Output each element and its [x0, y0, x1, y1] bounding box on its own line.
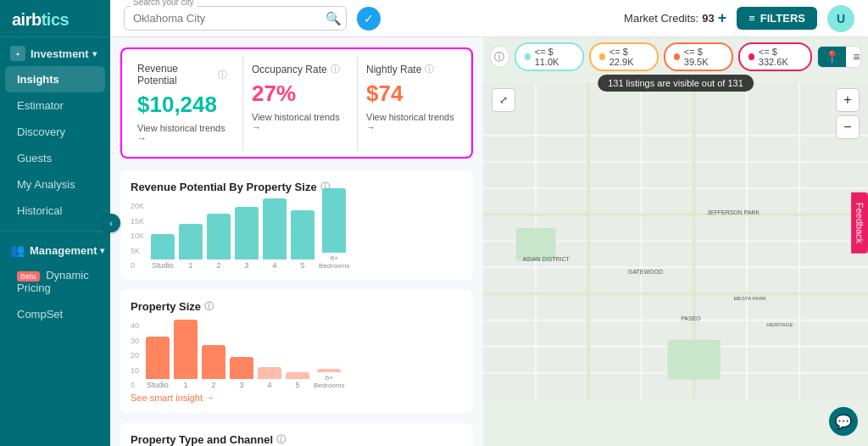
property-size-section: Property Size ⓘ 40 30 20 10 0 Studio	[120, 290, 473, 413]
svg-text:JEFFERSON PARK: JEFFERSON PARK	[707, 209, 760, 215]
bar-chart-prop-size: Studio 1 2 3	[146, 321, 463, 389]
filters-button[interactable]: ≡ FILTERS	[737, 7, 817, 30]
map-view-toggle: 📍 ≡	[817, 46, 861, 68]
metric-link-occupancy[interactable]: View historical trends →	[252, 112, 342, 132]
logo-highlight: tics	[42, 10, 69, 29]
verified-badge: ✓	[357, 7, 381, 31]
feedback-tab[interactable]: Feedback	[851, 192, 868, 254]
chip-dot-4	[748, 53, 754, 60]
metric-card-revenue: Revenue Potential ⓘ $10,248 View histori…	[129, 56, 236, 150]
sidebar-item-estimator[interactable]: Estimator	[0, 92, 110, 119]
avatar[interactable]: U	[827, 5, 854, 32]
bar-5-fill	[291, 210, 314, 259]
market-credits-label: Market Credits:	[624, 12, 698, 25]
header: Search your city 🔍 ✓ Market Credits: 93 …	[110, 0, 868, 37]
metric-card-nightly: Nightly Rate ⓘ $74 View historical trend…	[357, 56, 465, 150]
sidebar-item-insights[interactable]: Insights	[5, 66, 105, 92]
management-icon: 👥	[10, 243, 25, 257]
property-size-chart: 40 30 20 10 0 Studio 1	[131, 321, 463, 389]
bar-studio-fill	[151, 234, 175, 259]
mgmt-chevron-icon: ▾	[100, 246, 104, 255]
metric-link-revenue[interactable]: View historical trends →	[137, 123, 227, 143]
info-icon-revenue[interactable]: ⓘ	[218, 69, 227, 81]
svg-text:GATEWOOD: GATEWOOD	[628, 269, 663, 275]
investment-label: Investment	[31, 47, 89, 60]
chip-dot-1	[525, 53, 531, 60]
sidebar-item-management[interactable]: 👥 Management ▾	[0, 238, 110, 262]
map-info-button[interactable]: ⓘ	[490, 46, 509, 68]
verified-icon: ✓	[364, 12, 374, 25]
main-content: Search your city 🔍 ✓ Market Credits: 93 …	[110, 0, 868, 446]
bar-3-fill	[235, 207, 259, 259]
market-credits-value: 93	[702, 12, 714, 25]
info-icon-occupancy[interactable]: ⓘ	[331, 63, 340, 75]
chip-dot-3	[674, 53, 680, 60]
property-type-section: Property Type and Channel ⓘ	[120, 423, 473, 446]
revenue-chart-section: Revenue Potential By Property Size ⓘ 20K…	[120, 170, 473, 280]
info-icon-prop-type[interactable]: ⓘ	[276, 433, 286, 446]
search-input[interactable]	[124, 6, 347, 31]
bar-4-fill	[263, 198, 287, 259]
sidebar-item-compset[interactable]: CompSet	[0, 301, 110, 327]
ps-bar-studio: Studio	[146, 337, 170, 389]
filter-chip-4[interactable]: <= $ 332.6K	[738, 42, 812, 71]
svg-text:ASIAN DISTRICT: ASIAN DISTRICT	[523, 256, 570, 262]
map-toast: 131 listings are visible out of 131	[598, 75, 754, 92]
sidebar-item-investment[interactable]: ▪ Investment ▾	[0, 37, 110, 66]
metric-value-nightly: $74	[366, 81, 456, 107]
metric-title-nightly: Nightly Rate ⓘ	[366, 63, 456, 75]
zoom-out-button[interactable]: −	[836, 115, 860, 139]
map-panel: ⓘ <= $ 11.0K <= $ 22.9K <= $ 39.5K <= $ …	[483, 37, 868, 446]
ps-bar-1-fill	[174, 320, 198, 379]
filter-chip-3[interactable]: <= $ 39.5K	[664, 42, 733, 71]
sidebar-divider	[0, 231, 110, 231]
sidebar-item-historical[interactable]: Historical	[0, 198, 110, 224]
see-smart-insight-link[interactable]: See smart insight →	[131, 393, 463, 403]
sidebar-item-guests[interactable]: Guests	[0, 145, 110, 171]
metric-value-occupancy: 27%	[252, 81, 342, 107]
beta-badge: Beta	[17, 271, 40, 282]
ps-bar-4-fill	[258, 367, 281, 379]
sidebar-toggle[interactable]: ‹	[102, 214, 120, 232]
body-layout: Revenue Potential ⓘ $10,248 View histori…	[110, 37, 868, 446]
logo-text: airbtics	[12, 10, 98, 30]
sidebar-item-my-analysis[interactable]: My Analysis	[0, 171, 110, 198]
metric-value-revenue: $10,248	[137, 92, 227, 118]
bar-2: 2	[207, 214, 231, 270]
svg-rect-21	[668, 340, 721, 380]
ps-bar-6plus-fill	[317, 369, 341, 372]
filter-icon: ≡	[748, 12, 755, 25]
metric-title-revenue: Revenue Potential ⓘ	[137, 63, 227, 86]
metric-link-nightly[interactable]: View historical trends →	[366, 112, 456, 132]
map-view-list-button[interactable]: ≡	[846, 47, 861, 67]
chat-icon: 💬	[835, 414, 852, 430]
sidebar-item-discovery[interactable]: Discovery	[0, 119, 110, 145]
filter-chip-2[interactable]: <= $ 22.9K	[589, 42, 659, 71]
metric-title-occupancy: Occupancy Rate ⓘ	[252, 63, 342, 75]
map-svg: PASEO ASIAN DISTRICT JEFFERSON PARK GATE…	[483, 37, 868, 446]
search-icon: 🔍	[326, 11, 342, 25]
search-button[interactable]: 🔍	[326, 11, 342, 26]
management-label: Management	[30, 244, 97, 257]
revenue-chart-title: Revenue Potential By Property Size ⓘ	[131, 181, 463, 193]
chip-dot-2	[599, 53, 605, 60]
map-expand-button[interactable]: ⤢	[492, 88, 515, 112]
add-credits-button[interactable]: +	[718, 9, 727, 27]
sidebar-item-dynamic-pricing[interactable]: Beta Dynamic Pricing	[0, 262, 110, 301]
info-icon-nightly[interactable]: ⓘ	[425, 63, 434, 75]
svg-text:PASEO: PASEO	[681, 315, 701, 321]
ps-bar-studio-fill	[146, 337, 170, 379]
metric-card-occupancy: Occupancy Rate ⓘ 27% View historical tre…	[242, 56, 350, 150]
filter-chip-1[interactable]: <= $ 11.0K	[515, 42, 584, 71]
info-icon-prop-size[interactable]: ⓘ	[204, 300, 214, 313]
ps-bar-5: 5	[286, 372, 309, 389]
svg-text:MESTA PARK: MESTA PARK	[733, 295, 767, 301]
bar-5: 5	[291, 210, 314, 270]
bar-6plus: 6+Bedrooms	[319, 188, 349, 270]
svg-text:HERITAGE: HERITAGE	[766, 321, 793, 327]
map-background[interactable]: PASEO ASIAN DISTRICT JEFFERSON PARK GATE…	[483, 37, 868, 446]
map-view-map-button[interactable]: 📍	[818, 47, 846, 67]
chat-bubble[interactable]: 💬	[829, 407, 858, 436]
ps-bar-3: 3	[230, 357, 253, 389]
zoom-in-button[interactable]: +	[836, 88, 860, 112]
